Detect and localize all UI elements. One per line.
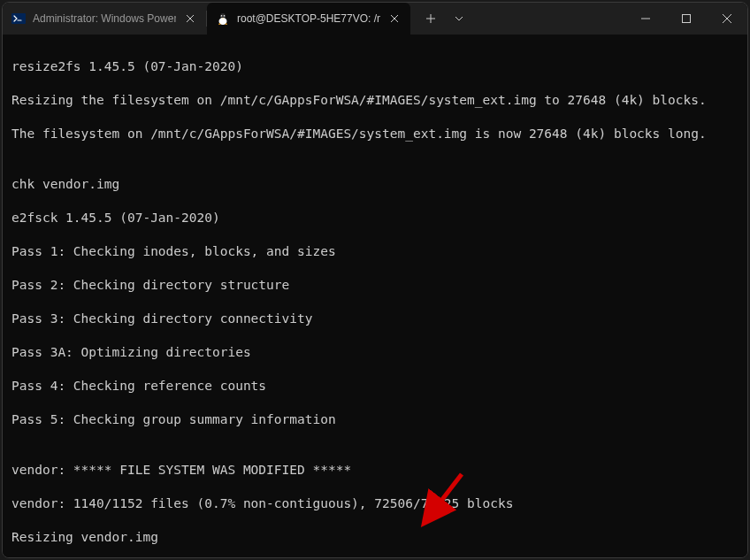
close-button[interactable] [707, 3, 747, 35]
terminal-line: Pass 4: Checking reference counts [11, 378, 739, 395]
tab-title: Administrator: Windows PowerS [33, 12, 176, 25]
close-icon[interactable] [183, 12, 197, 26]
titlebar: Administrator: Windows PowerS [3, 3, 747, 35]
terminal-line: chk vendor.img [11, 176, 739, 193]
tab-powershell[interactable]: Administrator: Windows PowerS [3, 3, 206, 35]
svg-point-5 [221, 16, 222, 17]
minimize-button[interactable] [625, 3, 666, 35]
terminal-line: Resizing the filesystem on /mnt/c/GAppsF… [11, 92, 739, 109]
tab-linux[interactable]: root@DESKTOP-5HE77VO: /mn [207, 3, 410, 35]
tab-title: root@DESKTOP-5HE77VO: /mn [237, 12, 380, 25]
terminal-line: Pass 3: Checking directory connectivity [11, 311, 739, 327]
linux-icon [216, 12, 230, 26]
tab-bar-actions [410, 5, 472, 32]
tab-bar: Administrator: Windows PowerS [3, 3, 410, 35]
terminal-line: Resizing vendor.img [11, 529, 739, 546]
terminal-line: The filesystem on /mnt/c/GAppsForWSA/#IM… [11, 126, 739, 142]
svg-point-6 [224, 16, 225, 17]
terminal-line: vendor: ***** FILE SYSTEM WAS MODIFIED *… [11, 462, 739, 479]
terminal-line: Pass 1: Checking inodes, blocks, and siz… [11, 243, 739, 260]
terminal-line: vendor: 1140/1152 files (0.7% non-contig… [11, 495, 739, 512]
terminal-line: Pass 3A: Optimizing directories [11, 344, 739, 361]
terminal-output[interactable]: resize2fs 1.45.5 (07-Jan-2020) Resizing … [3, 35, 747, 557]
powershell-icon [11, 12, 26, 26]
close-icon[interactable] [387, 12, 402, 26]
svg-rect-7 [683, 15, 691, 23]
terminal-line: Pass 5: Checking group summary informati… [11, 411, 739, 428]
tab-dropdown-button[interactable] [446, 5, 472, 32]
window-controls [625, 3, 747, 35]
terminal-window: Administrator: Windows PowerS [2, 2, 748, 558]
terminal-line: Pass 2: Checking directory structure [11, 277, 739, 294]
terminal-line: e2fsck 1.45.5 (07-Jan-2020) [11, 210, 739, 226]
new-tab-button[interactable] [417, 5, 444, 32]
maximize-button[interactable] [666, 3, 707, 35]
svg-rect-0 [11, 13, 26, 24]
terminal-line: resize2fs 1.45.5 (07-Jan-2020) [11, 58, 739, 75]
